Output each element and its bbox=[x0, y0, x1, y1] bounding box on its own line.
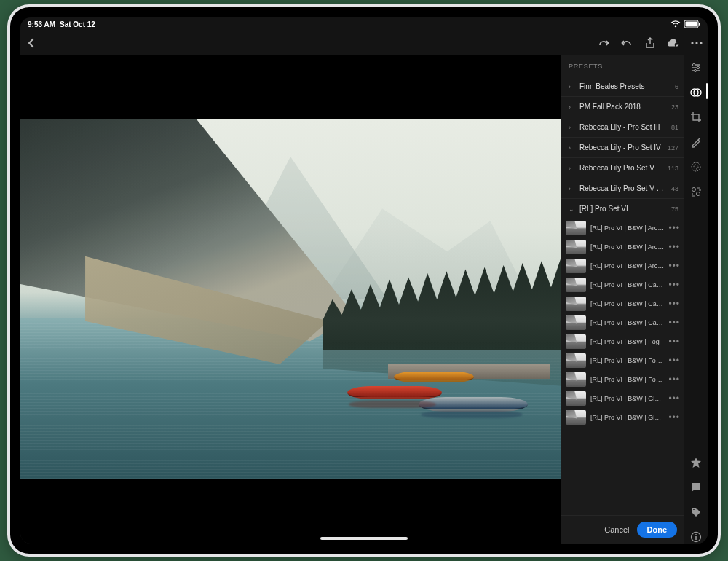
preset-item-label: [RL] Pro VI | B&W | Glacier I bbox=[590, 395, 664, 402]
svg-point-14 bbox=[692, 188, 696, 192]
rate-star-icon[interactable] bbox=[689, 456, 703, 469]
done-button[interactable]: Done bbox=[637, 522, 678, 538]
preset-item-label: [RL] Pro VI | B&W | Arctic I bbox=[590, 224, 664, 232]
more-button[interactable] bbox=[690, 36, 703, 50]
tag-icon[interactable] bbox=[689, 506, 703, 519]
svg-point-13 bbox=[694, 165, 698, 169]
preset-item-label: [RL] Pro VI | B&W | Fog I bbox=[590, 338, 664, 345]
preset-group-count: 43 bbox=[671, 185, 678, 192]
preset-item[interactable]: [RL] Pro VI | B&W | Arctic II••• bbox=[561, 238, 684, 256]
photo-canvas[interactable] bbox=[20, 55, 561, 544]
preset-item[interactable]: [RL] Pro VI | B&W | Casablanca III••• bbox=[561, 313, 684, 332]
presets-tool-icon[interactable] bbox=[689, 86, 703, 99]
preset-group[interactable]: ›Rebecca Lily - Pro Set III81 bbox=[561, 117, 684, 137]
preset-group-count: 81 bbox=[671, 124, 678, 131]
preset-item-label: [RL] Pro VI | B&W | Glacier II bbox=[590, 414, 664, 421]
selective-edit-icon[interactable] bbox=[689, 185, 703, 198]
preset-thumbnail bbox=[566, 297, 586, 311]
healing-brush-icon[interactable] bbox=[689, 136, 703, 149]
svg-rect-1 bbox=[686, 22, 697, 27]
chevron-right-icon: ⌄ bbox=[569, 205, 574, 213]
preset-thumbnail bbox=[566, 240, 586, 254]
svg-point-12 bbox=[692, 162, 700, 171]
preset-thumbnail bbox=[566, 278, 586, 292]
preset-thumbnail bbox=[566, 410, 586, 425]
preset-group[interactable]: ›Rebecca Lily Pro Set V Tools43 bbox=[561, 178, 684, 198]
preset-item[interactable]: [RL] Pro VI | B&W | Glacier I••• bbox=[561, 389, 684, 408]
svg-point-6 bbox=[700, 42, 702, 44]
preset-group[interactable]: ⌄[RL] Pro Set VI75 bbox=[561, 198, 684, 219]
crop-tool-icon[interactable] bbox=[689, 111, 703, 124]
chevron-right-icon: › bbox=[569, 165, 574, 172]
svg-point-15 bbox=[697, 192, 700, 196]
wifi-icon bbox=[670, 20, 681, 28]
chevron-right-icon: › bbox=[569, 185, 574, 192]
adjust-sliders-icon[interactable] bbox=[689, 61, 703, 74]
cloud-sync-icon[interactable] bbox=[667, 36, 680, 50]
cancel-button[interactable]: Cancel bbox=[604, 525, 629, 534]
chevron-right-icon: › bbox=[569, 124, 574, 131]
preset-item-label: [RL] Pro VI | B&W | Casablanca II bbox=[590, 300, 664, 307]
preset-more-icon[interactable]: ••• bbox=[668, 337, 681, 347]
preset-thumbnail bbox=[566, 391, 586, 406]
info-icon[interactable] bbox=[689, 530, 703, 544]
preset-item-label: [RL] Pro VI | B&W | Fog III bbox=[590, 376, 664, 383]
redo-button[interactable] bbox=[597, 36, 610, 50]
back-button[interactable] bbox=[25, 36, 38, 50]
preset-thumbnail bbox=[566, 259, 586, 273]
preset-group-count: 113 bbox=[668, 165, 678, 172]
status-date: Sat Oct 12 bbox=[60, 20, 95, 28]
preset-item-label: [RL] Pro VI | B&W | Arctic II bbox=[590, 243, 664, 251]
status-bar: 9:53 AM Sat Oct 12 bbox=[20, 17, 708, 31]
preset-group-label: Rebecca Lily Pro Set V Tools bbox=[579, 184, 666, 192]
edited-photo bbox=[20, 119, 561, 480]
preset-group[interactable]: ›Rebecca Lily Pro Set V113 bbox=[561, 157, 684, 178]
preset-item[interactable]: [RL] Pro VI | B&W | Casablanca I••• bbox=[561, 275, 684, 294]
preset-more-icon[interactable]: ••• bbox=[668, 318, 681, 328]
preset-group-count: 23 bbox=[671, 103, 678, 111]
preset-more-icon[interactable]: ••• bbox=[668, 223, 681, 233]
preset-group[interactable]: ›PM Fall Pack 201823 bbox=[561, 96, 684, 117]
preset-thumbnail bbox=[566, 353, 586, 368]
svg-rect-2 bbox=[699, 23, 700, 26]
preset-item[interactable]: [RL] Pro VI | B&W | Fog III••• bbox=[561, 370, 684, 389]
preset-more-icon[interactable]: ••• bbox=[668, 356, 681, 366]
preset-item[interactable]: [RL] Pro VI | B&W | Casablanca II••• bbox=[561, 294, 684, 313]
svg-point-7 bbox=[692, 63, 695, 66]
comments-icon[interactable] bbox=[689, 481, 703, 494]
chevron-right-icon: › bbox=[569, 144, 574, 152]
preset-thumbnail bbox=[566, 315, 586, 330]
home-indicator[interactable] bbox=[320, 537, 408, 540]
preset-item-label: [RL] Pro VI | B&W | Fog II bbox=[590, 357, 664, 364]
radial-gradient-icon[interactable] bbox=[689, 160, 703, 173]
preset-item[interactable]: [RL] Pro VI | B&W | Fog I••• bbox=[561, 332, 684, 351]
svg-point-8 bbox=[697, 66, 699, 68]
preset-more-icon[interactable]: ••• bbox=[668, 261, 681, 271]
preset-more-icon[interactable]: ••• bbox=[668, 242, 681, 252]
preset-more-icon[interactable]: ••• bbox=[668, 299, 681, 309]
preset-group-label: PM Fall Pack 2018 bbox=[579, 103, 666, 111]
presets-panel: PRESETS ›Finn Beales Presets6›PM Fall Pa… bbox=[561, 55, 684, 544]
svg-rect-18 bbox=[695, 536, 697, 540]
preset-more-icon[interactable]: ••• bbox=[668, 412, 681, 423]
preset-group[interactable]: ›Finn Beales Presets6 bbox=[561, 76, 684, 96]
svg-point-5 bbox=[695, 42, 697, 44]
preset-more-icon[interactable]: ••• bbox=[668, 280, 681, 290]
preset-group-count: 127 bbox=[668, 144, 678, 152]
share-button[interactable] bbox=[644, 36, 657, 50]
chevron-right-icon: › bbox=[569, 83, 574, 90]
preset-item[interactable]: [RL] Pro VI | B&W | Arctic I••• bbox=[561, 219, 684, 238]
preset-group[interactable]: ›Rebecca Lily - Pro Set IV127 bbox=[561, 137, 684, 157]
ipad-frame: 9:53 AM Sat Oct 12 bbox=[7, 4, 721, 557]
preset-more-icon[interactable]: ••• bbox=[668, 374, 681, 385]
preset-group-label: Rebecca Lily - Pro Set IV bbox=[579, 144, 662, 152]
svg-point-4 bbox=[691, 42, 693, 44]
preset-item[interactable]: [RL] Pro VI | B&W | Glacier II••• bbox=[561, 408, 684, 427]
preset-item[interactable]: [RL] Pro VI | B&W | Arctic III••• bbox=[561, 256, 684, 275]
svg-point-9 bbox=[694, 69, 696, 71]
preset-item[interactable]: [RL] Pro VI | B&W | Fog II••• bbox=[561, 351, 684, 370]
undo-button[interactable] bbox=[620, 36, 633, 50]
app-toolbar bbox=[20, 31, 708, 55]
status-time: 9:53 AM bbox=[28, 20, 55, 28]
preset-more-icon[interactable]: ••• bbox=[668, 393, 681, 404]
